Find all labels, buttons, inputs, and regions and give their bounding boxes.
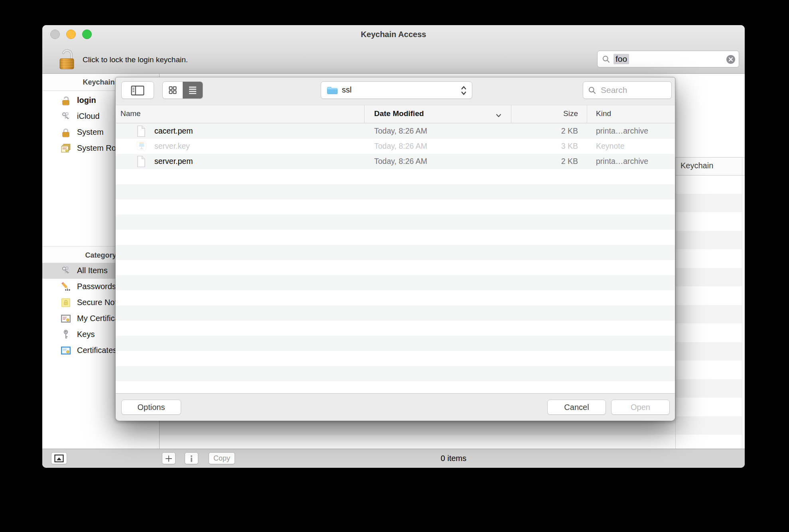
icon-view-button[interactable] (163, 82, 183, 99)
open-button[interactable]: Open (611, 400, 670, 415)
dialog-footer: Options Cancel Open (116, 393, 675, 421)
sidebar-item-label: login (77, 96, 96, 105)
window-toolbar: Keychain Access (42, 25, 745, 74)
dialog-search-field[interactable]: Search (583, 81, 672, 99)
list-view-icon (188, 85, 197, 95)
screen: Keychain Access (0, 0, 789, 532)
column-divider (742, 157, 742, 449)
key-icon (61, 329, 71, 340)
copy-button[interactable]: Copy (209, 452, 235, 464)
cert-stack-icon (61, 143, 71, 154)
keys-icon (61, 111, 71, 122)
search-icon (588, 86, 597, 97)
empty-list-row (116, 184, 675, 199)
file-kind: printa…archive (596, 126, 648, 136)
current-folder-name: ssl (342, 85, 351, 95)
lock-keychain-icon[interactable] (58, 44, 75, 70)
empty-list-row (116, 275, 675, 290)
secure-note-icon (61, 298, 71, 308)
document-icon (136, 125, 147, 137)
options-button[interactable]: Options (121, 400, 181, 415)
file-row-server-pem[interactable]: server.pemToday, 8:26 AM2 KBprinta…archi… (116, 154, 675, 169)
column-divider (587, 105, 587, 123)
file-date-modified: Today, 8:26 AM (374, 126, 427, 136)
lock-closed-icon (61, 127, 71, 138)
file-row-server-key[interactable]: server.keyToday, 8:26 AM3 KBKeynote (116, 139, 675, 154)
empty-list-row (116, 215, 675, 230)
file-row-cacert-pem[interactable]: cacert.pemToday, 8:26 AM2 KBprinta…archi… (116, 124, 675, 139)
file-name: cacert.pem (154, 126, 193, 136)
file-list-column-headers: Name Date Modified Size Kind (116, 105, 675, 123)
my-cert-icon (61, 313, 71, 324)
column-header-kind[interactable]: Kind (596, 109, 611, 118)
column-divider (511, 105, 511, 123)
main-search-field[interactable]: foo (597, 51, 739, 67)
file-name: server.key (154, 142, 190, 151)
sidebar-item-label: Certificates (77, 346, 117, 355)
file-size: 2 KB (523, 157, 578, 166)
empty-list-row (116, 336, 675, 351)
pencil-icon (61, 282, 71, 292)
folder-popup-button[interactable]: ssl (321, 81, 472, 99)
file-kind: printa…archive (596, 157, 648, 166)
file-size: 3 KB (523, 142, 578, 151)
search-query-text: foo (613, 54, 629, 64)
keynote-icon (136, 140, 147, 152)
list-view-button[interactable] (183, 82, 203, 99)
sidebar-toggle-button[interactable] (121, 81, 154, 99)
lock-banner-message: Click to lock the login keychain. (83, 55, 188, 64)
file-kind: Keynote (596, 142, 625, 151)
file-name: server.pem (154, 157, 193, 166)
sidebar-item-label: iCloud (77, 112, 100, 121)
add-item-button[interactable] (162, 452, 176, 464)
column-header-date-modified[interactable]: Date Modified (374, 109, 424, 118)
file-size: 2 KB (523, 126, 578, 136)
info-icon (187, 454, 196, 463)
file-date-modified: Today, 8:26 AM (374, 142, 427, 151)
gallery-icon (54, 454, 64, 463)
sidebar-item-label: System (77, 128, 104, 137)
status-bar: Copy 0 items (42, 449, 745, 468)
column-divider (675, 157, 676, 449)
cancel-button[interactable]: Cancel (547, 400, 606, 415)
sidebar-item-label: Passwords (77, 282, 116, 291)
plus-icon (164, 454, 173, 463)
open-file-dialog: ssl Search Name Date Modified Size Kind … (115, 77, 675, 421)
sidebar-item-label: All Items (77, 266, 108, 275)
popup-stepper-icon (460, 85, 467, 98)
cert-blue-icon (61, 345, 71, 356)
file-list: cacert.pemToday, 8:26 AM2 KBprinta…archi… (116, 124, 675, 393)
column-divider (364, 105, 365, 123)
column-header-name[interactable]: Name (120, 109, 141, 118)
window-title: Keychain Access (42, 30, 745, 39)
toggle-preview-button[interactable] (51, 452, 67, 464)
get-info-button[interactable] (185, 452, 198, 464)
empty-list-row (116, 305, 675, 321)
empty-list-row (116, 245, 675, 260)
sidebar-toggle-icon (131, 85, 144, 96)
keys-icon (61, 266, 71, 276)
empty-list-row (116, 366, 675, 381)
lock-open-icon (61, 95, 71, 106)
clear-search-icon[interactable] (726, 55, 736, 64)
view-mode-segmented-control (162, 81, 203, 99)
folder-icon (327, 86, 338, 97)
items-count: 0 items (401, 454, 506, 463)
sort-chevron-down-icon (495, 112, 502, 119)
file-date-modified: Today, 8:26 AM (374, 157, 427, 166)
column-header-size[interactable]: Size (515, 109, 578, 118)
dialog-search-placeholder: Search (601, 85, 627, 95)
grid-view-icon (168, 85, 178, 95)
sidebar-item-label: Keys (77, 330, 95, 339)
search-icon (602, 55, 611, 65)
document-icon (136, 156, 147, 167)
